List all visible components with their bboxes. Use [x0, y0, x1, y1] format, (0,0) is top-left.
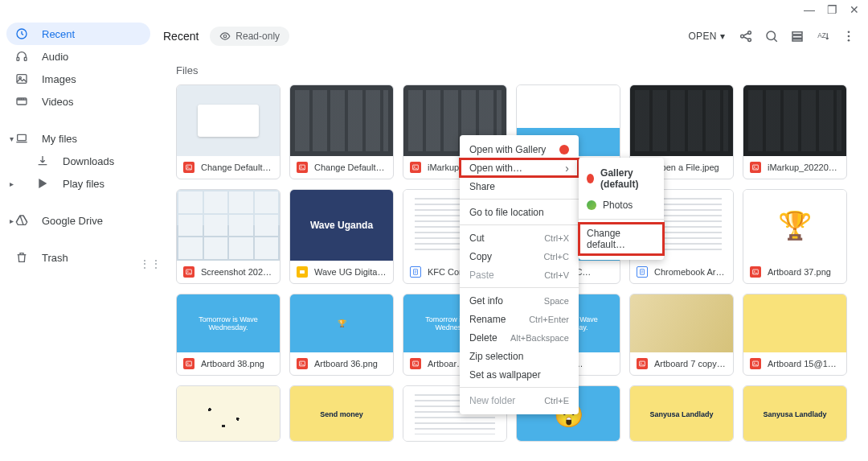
- file-card[interactable]: Change Default app…: [289, 84, 394, 179]
- open-button[interactable]: OPEN ▾: [683, 27, 730, 45]
- ctx-wallpaper[interactable]: Set as wallpaper: [460, 365, 579, 384]
- file-card[interactable]: Sanyusa Landlady: [743, 385, 847, 442]
- file-card[interactable]: Artboard 15@100x-…: [743, 294, 847, 376]
- readonly-label: Read-only: [235, 31, 280, 42]
- ctx-newfolder: New folderCtrl+E: [460, 391, 579, 410]
- chevron-down-icon[interactable]: ▾: [10, 134, 14, 143]
- drive-icon: [14, 213, 29, 228]
- sidebar-item-trash[interactable]: Trash: [6, 246, 150, 269]
- file-card[interactable]: 🏆Artboard 36.png: [289, 294, 394, 376]
- ctx-info[interactable]: Get infoSpace: [460, 291, 579, 310]
- submenu-change-default[interactable]: Change default…: [579, 223, 664, 255]
- thumbnail: [630, 85, 733, 156]
- file-name: Artboard 37.png: [768, 267, 831, 277]
- view-toggle-icon[interactable]: [788, 27, 807, 46]
- ctx-delete[interactable]: DeleteAlt+Backspace: [460, 328, 579, 347]
- sidebar-item-images[interactable]: Images: [6, 68, 150, 90]
- breadcrumb[interactable]: Recent: [163, 30, 199, 43]
- chevron-right-icon[interactable]: ▸: [10, 179, 14, 188]
- separator: [460, 387, 579, 388]
- chevron-right-icon[interactable]: ▸: [10, 216, 14, 225]
- thumbnail: Send money: [290, 386, 393, 442]
- svg-point-16: [848, 31, 850, 33]
- drag-handle-icon[interactable]: ⋮⋮: [139, 257, 162, 270]
- ctx-open-gallery[interactable]: Open with Gallery: [460, 140, 579, 158]
- svg-point-30: [754, 167, 755, 167]
- file-name: Artboard 7 copy 8.…: [654, 359, 727, 368]
- ctx-open-with[interactable]: Open with… ›: [460, 158, 579, 177]
- svg-point-38: [754, 271, 755, 272]
- submenu-photos[interactable]: Photos: [579, 195, 664, 216]
- filetype-icon: [297, 162, 308, 173]
- caption: Wave UG Digital Co…: [290, 261, 393, 283]
- svg-point-50: [754, 363, 755, 364]
- sidebar-item-playfiles[interactable]: ▸ Play files: [6, 172, 150, 195]
- svg-point-20: [187, 167, 188, 167]
- file-card[interactable]: Change Default app…: [176, 84, 280, 179]
- svg-rect-14: [792, 39, 802, 41]
- svg-rect-1: [17, 57, 19, 60]
- svg-rect-13: [792, 35, 802, 38]
- toolbar: Recent Read-only OPEN ▾ AZ: [157, 19, 868, 53]
- sidebar-item-label: Downloads: [63, 155, 114, 167]
- ctx-rename[interactable]: RenameCtrl+Enter: [460, 310, 579, 328]
- sidebar-item-audio[interactable]: Audio: [6, 45, 150, 68]
- file-card[interactable]: Send money: [289, 385, 394, 442]
- window-maximize-icon[interactable]: ❐: [826, 4, 837, 15]
- separator: [460, 224, 579, 225]
- filetype-icon: [637, 266, 648, 278]
- sidebar-item-drive[interactable]: ▸ Google Drive: [6, 209, 150, 232]
- svg-point-48: [641, 363, 641, 364]
- file-card[interactable]: iMarkup_2022052…: [743, 84, 847, 179]
- ctx-cut[interactable]: CutCtrl+X: [460, 228, 579, 247]
- ctx-copy[interactable]: CopyCtrl+C: [460, 247, 579, 265]
- open-label: OPEN: [688, 31, 716, 42]
- filetype-icon: [750, 162, 761, 173]
- filetype-icon: [750, 266, 761, 278]
- image-icon: [14, 72, 29, 86]
- separator: [460, 287, 579, 288]
- window-close-icon[interactable]: ✕: [849, 4, 860, 15]
- svg-point-44: [414, 363, 415, 364]
- caption: iMarkup_2022052…: [743, 156, 846, 179]
- file-card[interactable]: Screenshot 2022-0…: [176, 189, 280, 284]
- svg-point-42: [301, 363, 301, 364]
- sidebar-item-myfiles[interactable]: ▾ My files: [6, 127, 150, 150]
- sidebar-item-videos[interactable]: Videos: [6, 90, 150, 113]
- sort-icon[interactable]: AZ: [813, 27, 833, 46]
- caption: Chromebook Article…: [630, 261, 733, 283]
- file-card[interactable]: 🏆Artboard 37.png: [743, 189, 847, 284]
- file-card[interactable]: Sanyusa Landlady: [629, 385, 734, 442]
- thumbnail: Wave Uganda: [290, 190, 393, 261]
- thumbnail: Sanyusa Landlady: [743, 386, 846, 442]
- filetype-icon: [637, 358, 648, 369]
- filetype-icon: [410, 358, 421, 369]
- file-card[interactable]: Wave UgandaWave UG Digital Co…: [289, 189, 394, 284]
- separator: [460, 199, 579, 200]
- submenu-gallery[interactable]: Gallery (default): [579, 163, 664, 195]
- sidebar-item-recent[interactable]: Recent: [6, 23, 150, 45]
- ctx-zip[interactable]: Zip selection: [460, 347, 579, 365]
- filetype-icon: [750, 358, 761, 369]
- search-icon[interactable]: [762, 27, 781, 46]
- chevron-right-icon: ›: [565, 162, 569, 175]
- file-card[interactable]: [176, 385, 280, 442]
- more-icon[interactable]: [839, 27, 858, 46]
- window-minimize-icon[interactable]: —: [804, 4, 815, 15]
- thumbnail: Sanyusa Landlady: [630, 386, 733, 442]
- sidebar-item-label: My files: [42, 133, 77, 145]
- download-icon: [35, 154, 50, 168]
- ctx-goto[interactable]: Go to file location: [460, 203, 579, 221]
- file-name: Screenshot 2022-0…: [201, 267, 273, 277]
- sidebar-item-downloads[interactable]: Downloads: [6, 150, 150, 172]
- file-card[interactable]: Tomorrow is Wave Wednesday.Artboard 38.p…: [176, 294, 280, 376]
- thumbnail: [743, 294, 846, 352]
- caret-down-icon: ▾: [720, 31, 725, 42]
- ctx-share[interactable]: Share: [460, 177, 579, 196]
- file-card[interactable]: Artboard 7 copy 8.…: [629, 294, 734, 376]
- share-icon[interactable]: [736, 27, 755, 46]
- thumbnail: Tomorrow is Wave Wednesday.: [177, 294, 280, 352]
- caption: Artboard 37.png: [743, 261, 846, 283]
- laptop-icon: [14, 131, 29, 146]
- file-name: Change Default app…: [201, 163, 273, 172]
